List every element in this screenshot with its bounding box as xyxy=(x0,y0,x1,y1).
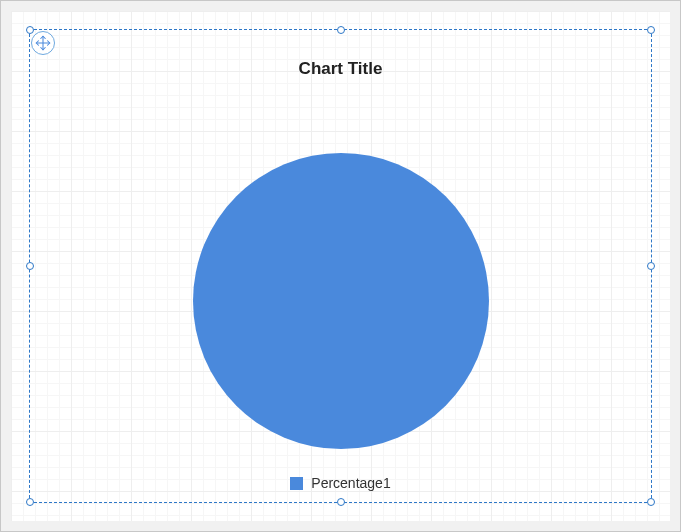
legend-swatch-0 xyxy=(290,477,303,490)
resize-handle-bm[interactable] xyxy=(337,498,345,506)
chart-legend[interactable]: Percentage1 xyxy=(11,475,670,491)
resize-handle-bl[interactable] xyxy=(26,498,34,506)
resize-handle-mr[interactable] xyxy=(647,262,655,270)
chart-title[interactable]: Chart Title xyxy=(11,59,670,79)
grid-surface[interactable]: Chart Title Percentage1 xyxy=(11,11,670,521)
pie-chart[interactable] xyxy=(193,153,489,449)
pie-slice-0[interactable] xyxy=(193,153,489,449)
legend-label-0: Percentage1 xyxy=(311,475,390,491)
design-canvas[interactable]: Chart Title Percentage1 xyxy=(0,0,681,532)
resize-handle-br[interactable] xyxy=(647,498,655,506)
resize-handle-ml[interactable] xyxy=(26,262,34,270)
resize-handle-tm[interactable] xyxy=(337,26,345,34)
resize-handle-tr[interactable] xyxy=(647,26,655,34)
move-handle-icon[interactable] xyxy=(31,31,55,55)
resize-handle-tl[interactable] xyxy=(26,26,34,34)
move-arrows-icon xyxy=(34,34,52,52)
